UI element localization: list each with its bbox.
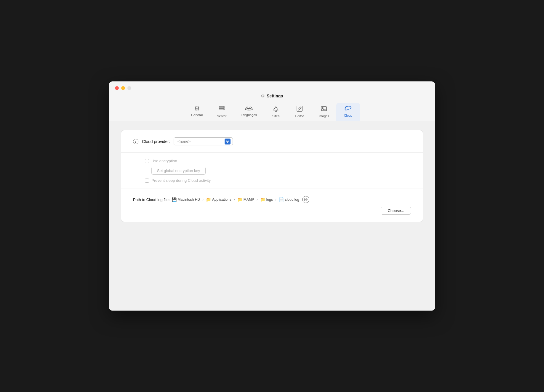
close-button[interactable] <box>115 86 119 90</box>
maximize-button[interactable] <box>127 86 131 90</box>
window-title: Settings <box>267 94 283 98</box>
title-bar: ⚙ Settings ⚙ General Server <box>109 81 435 121</box>
tab-server[interactable]: Server <box>210 103 233 121</box>
path-sep-1: › <box>202 197 204 202</box>
tab-server-label: Server <box>217 114 226 118</box>
tab-languages[interactable]: Languages <box>234 103 264 121</box>
path-sep-2: › <box>234 197 235 202</box>
path-logs-text: logs <box>266 197 273 202</box>
path-row: Path to Cloud log file: 💾 Macintosh HD ›… <box>133 196 411 203</box>
tab-sites-label: Sites <box>272 114 279 118</box>
applications-icon: 📁 <box>206 197 211 202</box>
settings-sections: i Cloud provider: <none> <box>121 130 423 222</box>
info-icon: i <box>133 139 138 144</box>
path-segment-logs: 📁 logs <box>260 197 273 202</box>
settings-window: ⚙ Settings ⚙ General Server <box>109 81 435 311</box>
cloud-provider-row: i Cloud provider: <none> <box>121 130 423 153</box>
path-file-text: cloud.log <box>285 197 299 202</box>
path-mamp-text: MAMP <box>244 197 254 202</box>
title-area: ⚙ Settings <box>261 94 283 98</box>
use-encryption-checkbox[interactable] <box>145 159 149 163</box>
tab-sites[interactable]: Sites <box>264 103 288 121</box>
content-area: i Cloud provider: <none> <box>109 121 435 311</box>
path-sep-3: › <box>257 197 258 202</box>
path-reveal-button[interactable] <box>302 196 309 203</box>
logs-icon: 📁 <box>260 197 265 202</box>
use-encryption-row: Use encryption <box>145 159 411 163</box>
encryption-section: Use encryption Set global encryption key… <box>121 153 423 189</box>
path-segment-applications: 📁 Applications <box>206 197 231 202</box>
choose-btn-row: Choose... <box>133 207 411 215</box>
window-controls <box>115 86 131 90</box>
languages-icon <box>245 105 253 112</box>
choose-button[interactable]: Choose... <box>381 207 411 215</box>
tab-cloud-label: Cloud <box>344 114 353 117</box>
settings-title-icon: ⚙ <box>261 94 265 98</box>
svg-point-2 <box>223 107 224 107</box>
hd-icon: 💾 <box>172 197 177 202</box>
set-global-key-button[interactable]: Set global encryption key <box>151 167 206 175</box>
mamp-icon: 📁 <box>237 197 242 202</box>
cloud-provider-select[interactable]: <none> <box>174 137 233 145</box>
server-icon <box>218 105 225 113</box>
path-segment-mamp: 📁 MAMP <box>237 197 254 202</box>
path-segment-file: 📄 cloud.log <box>279 197 299 202</box>
tab-images-label: Images <box>319 114 329 118</box>
sites-icon <box>273 105 279 113</box>
tab-editor-label: Editor <box>295 114 304 118</box>
svg-rect-5 <box>297 106 302 111</box>
path-section: Path to Cloud log file: 💾 Macintosh HD ›… <box>121 189 423 222</box>
svg-point-3 <box>223 109 224 110</box>
cloud-provider-label: Cloud provider: <box>142 139 170 144</box>
tab-general-label: General <box>191 113 203 117</box>
tab-images[interactable]: Images <box>311 103 336 121</box>
path-applications-text: Applications <box>212 197 231 202</box>
tab-editor[interactable]: Editor <box>288 103 311 121</box>
tab-cloud[interactable]: Cloud <box>336 103 360 121</box>
general-icon: ⚙ <box>194 105 200 112</box>
minimize-button[interactable] <box>121 86 125 90</box>
path-hd-text: Macintosh HD <box>178 197 200 202</box>
file-icon: 📄 <box>279 197 284 202</box>
prevent-sleep-checkbox[interactable] <box>145 179 149 183</box>
svg-rect-4 <box>275 110 277 111</box>
tab-languages-label: Languages <box>241 113 257 117</box>
path-label: Path to Cloud log file: <box>133 197 170 202</box>
prevent-sleep-label: Prevent sleep during Cloud activity <box>151 178 211 183</box>
images-icon <box>321 105 327 113</box>
provider-select-wrapper: <none> <box>174 137 233 145</box>
cloud-icon <box>344 105 352 113</box>
tab-general[interactable]: ⚙ General <box>184 103 210 121</box>
use-encryption-label: Use encryption <box>151 159 177 163</box>
editor-icon <box>296 105 303 113</box>
prevent-sleep-row: Prevent sleep during Cloud activity <box>145 178 411 183</box>
path-segment-hd: 💾 Macintosh HD <box>172 197 200 202</box>
toolbar: ⚙ General Server <box>184 103 360 121</box>
path-sep-4: › <box>275 197 276 202</box>
